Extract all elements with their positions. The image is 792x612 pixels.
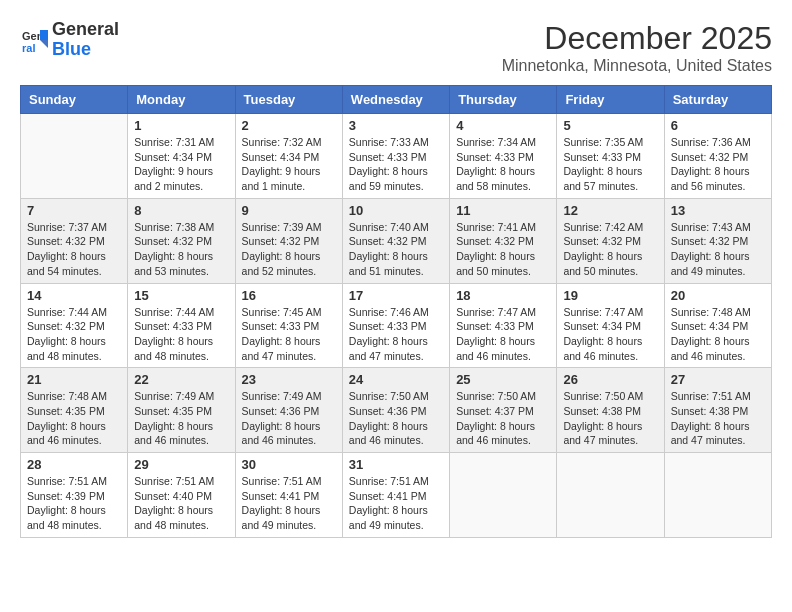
calendar-cell [450,453,557,538]
day-info: Sunrise: 7:41 AMSunset: 4:32 PMDaylight:… [456,220,550,279]
day-number: 5 [563,118,657,133]
day-info: Sunrise: 7:44 AMSunset: 4:33 PMDaylight:… [134,305,228,364]
day-number: 22 [134,372,228,387]
calendar-cell: 24Sunrise: 7:50 AMSunset: 4:36 PMDayligh… [342,368,449,453]
day-info: Sunrise: 7:50 AMSunset: 4:37 PMDaylight:… [456,389,550,448]
calendar-cell: 20Sunrise: 7:48 AMSunset: 4:34 PMDayligh… [664,283,771,368]
day-info: Sunrise: 7:39 AMSunset: 4:32 PMDaylight:… [242,220,336,279]
calendar-cell: 11Sunrise: 7:41 AMSunset: 4:32 PMDayligh… [450,198,557,283]
calendar-cell: 16Sunrise: 7:45 AMSunset: 4:33 PMDayligh… [235,283,342,368]
day-info: Sunrise: 7:31 AMSunset: 4:34 PMDaylight:… [134,135,228,194]
day-number: 8 [134,203,228,218]
day-number: 11 [456,203,550,218]
day-info: Sunrise: 7:42 AMSunset: 4:32 PMDaylight:… [563,220,657,279]
day-info: Sunrise: 7:50 AMSunset: 4:38 PMDaylight:… [563,389,657,448]
logo-icon: Gene ral [20,26,48,54]
month-title: December 2025 [502,20,772,57]
day-number: 1 [134,118,228,133]
calendar-cell: 19Sunrise: 7:47 AMSunset: 4:34 PMDayligh… [557,283,664,368]
calendar-cell: 13Sunrise: 7:43 AMSunset: 4:32 PMDayligh… [664,198,771,283]
col-header-wednesday: Wednesday [342,86,449,114]
day-number: 24 [349,372,443,387]
day-number: 7 [27,203,121,218]
calendar-week-row: 21Sunrise: 7:48 AMSunset: 4:35 PMDayligh… [21,368,772,453]
calendar-week-row: 14Sunrise: 7:44 AMSunset: 4:32 PMDayligh… [21,283,772,368]
day-number: 29 [134,457,228,472]
day-number: 23 [242,372,336,387]
calendar-cell: 9Sunrise: 7:39 AMSunset: 4:32 PMDaylight… [235,198,342,283]
calendar-cell: 15Sunrise: 7:44 AMSunset: 4:33 PMDayligh… [128,283,235,368]
day-number: 20 [671,288,765,303]
day-number: 12 [563,203,657,218]
calendar-cell: 10Sunrise: 7:40 AMSunset: 4:32 PMDayligh… [342,198,449,283]
day-info: Sunrise: 7:48 AMSunset: 4:34 PMDaylight:… [671,305,765,364]
calendar-cell: 22Sunrise: 7:49 AMSunset: 4:35 PMDayligh… [128,368,235,453]
day-info: Sunrise: 7:51 AMSunset: 4:41 PMDaylight:… [242,474,336,533]
day-number: 26 [563,372,657,387]
day-number: 18 [456,288,550,303]
day-number: 21 [27,372,121,387]
col-header-friday: Friday [557,86,664,114]
day-info: Sunrise: 7:51 AMSunset: 4:40 PMDaylight:… [134,474,228,533]
calendar-cell: 1Sunrise: 7:31 AMSunset: 4:34 PMDaylight… [128,114,235,199]
col-header-saturday: Saturday [664,86,771,114]
calendar-cell: 3Sunrise: 7:33 AMSunset: 4:33 PMDaylight… [342,114,449,199]
calendar-cell: 28Sunrise: 7:51 AMSunset: 4:39 PMDayligh… [21,453,128,538]
day-info: Sunrise: 7:44 AMSunset: 4:32 PMDaylight:… [27,305,121,364]
day-number: 17 [349,288,443,303]
day-info: Sunrise: 7:45 AMSunset: 4:33 PMDaylight:… [242,305,336,364]
day-info: Sunrise: 7:51 AMSunset: 4:38 PMDaylight:… [671,389,765,448]
day-number: 10 [349,203,443,218]
day-info: Sunrise: 7:37 AMSunset: 4:32 PMDaylight:… [27,220,121,279]
day-info: Sunrise: 7:43 AMSunset: 4:32 PMDaylight:… [671,220,765,279]
day-number: 2 [242,118,336,133]
day-number: 19 [563,288,657,303]
calendar-cell: 30Sunrise: 7:51 AMSunset: 4:41 PMDayligh… [235,453,342,538]
day-info: Sunrise: 7:47 AMSunset: 4:34 PMDaylight:… [563,305,657,364]
day-info: Sunrise: 7:50 AMSunset: 4:36 PMDaylight:… [349,389,443,448]
svg-text:ral: ral [22,42,35,54]
day-info: Sunrise: 7:49 AMSunset: 4:36 PMDaylight:… [242,389,336,448]
day-number: 4 [456,118,550,133]
day-number: 14 [27,288,121,303]
calendar-table: SundayMondayTuesdayWednesdayThursdayFrid… [20,85,772,538]
day-number: 9 [242,203,336,218]
day-info: Sunrise: 7:47 AMSunset: 4:33 PMDaylight:… [456,305,550,364]
day-number: 25 [456,372,550,387]
calendar-cell: 27Sunrise: 7:51 AMSunset: 4:38 PMDayligh… [664,368,771,453]
day-info: Sunrise: 7:38 AMSunset: 4:32 PMDaylight:… [134,220,228,279]
calendar-cell: 8Sunrise: 7:38 AMSunset: 4:32 PMDaylight… [128,198,235,283]
calendar-cell: 6Sunrise: 7:36 AMSunset: 4:32 PMDaylight… [664,114,771,199]
calendar-cell: 17Sunrise: 7:46 AMSunset: 4:33 PMDayligh… [342,283,449,368]
col-header-tuesday: Tuesday [235,86,342,114]
calendar-cell: 4Sunrise: 7:34 AMSunset: 4:33 PMDaylight… [450,114,557,199]
day-number: 16 [242,288,336,303]
logo-text: General Blue [52,20,119,60]
day-number: 28 [27,457,121,472]
calendar-week-row: 7Sunrise: 7:37 AMSunset: 4:32 PMDaylight… [21,198,772,283]
logo: Gene ral General Blue [20,20,119,60]
day-number: 31 [349,457,443,472]
col-header-monday: Monday [128,86,235,114]
calendar-cell [557,453,664,538]
calendar-cell [21,114,128,199]
calendar-cell: 31Sunrise: 7:51 AMSunset: 4:41 PMDayligh… [342,453,449,538]
day-number: 6 [671,118,765,133]
day-number: 15 [134,288,228,303]
calendar-cell: 29Sunrise: 7:51 AMSunset: 4:40 PMDayligh… [128,453,235,538]
calendar-cell: 21Sunrise: 7:48 AMSunset: 4:35 PMDayligh… [21,368,128,453]
day-info: Sunrise: 7:48 AMSunset: 4:35 PMDaylight:… [27,389,121,448]
day-info: Sunrise: 7:34 AMSunset: 4:33 PMDaylight:… [456,135,550,194]
svg-marker-3 [40,40,48,48]
svg-marker-2 [40,30,48,40]
day-info: Sunrise: 7:51 AMSunset: 4:39 PMDaylight:… [27,474,121,533]
calendar-cell [664,453,771,538]
title-block: December 2025 Minnetonka, Minnesota, Uni… [502,20,772,75]
col-header-thursday: Thursday [450,86,557,114]
day-info: Sunrise: 7:40 AMSunset: 4:32 PMDaylight:… [349,220,443,279]
calendar-cell: 12Sunrise: 7:42 AMSunset: 4:32 PMDayligh… [557,198,664,283]
day-info: Sunrise: 7:33 AMSunset: 4:33 PMDaylight:… [349,135,443,194]
day-number: 27 [671,372,765,387]
calendar-header-row: SundayMondayTuesdayWednesdayThursdayFrid… [21,86,772,114]
calendar-cell: 23Sunrise: 7:49 AMSunset: 4:36 PMDayligh… [235,368,342,453]
